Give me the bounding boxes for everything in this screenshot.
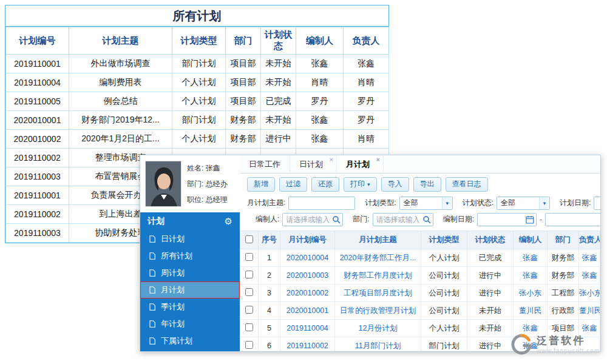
plan-status-cell: 进行中 — [467, 337, 514, 352]
row-checkbox[interactable] — [245, 253, 253, 261]
plan-number-link[interactable]: 2020010004 — [280, 249, 335, 267]
plan-subject-link[interactable]: 工程项目部月度计划 — [335, 285, 421, 302]
sidebar-item[interactable]: 日计划 — [140, 231, 240, 248]
row-checkbox[interactable] — [245, 323, 253, 331]
compile-date-end-input[interactable] — [545, 213, 600, 226]
close-icon[interactable]: × — [330, 156, 333, 163]
sidebar-item[interactable]: 年计划 — [140, 315, 240, 332]
plan-row[interactable]: 2020010002 2020年1月2日的工... 个人计划 财务部 进行中 张… — [6, 130, 389, 149]
plan-number-link[interactable]: 2020010002 — [280, 285, 335, 302]
sidebar-item[interactable]: 所有计划 — [140, 248, 240, 265]
toolbar-button-label: 导入 — [388, 179, 402, 189]
row-checkbox[interactable] — [245, 288, 253, 296]
plan-subject-link[interactable]: 11月部门计划 — [335, 337, 421, 352]
brand-url: www.fanpusoft.com — [537, 348, 600, 354]
plan-owner-cell: 肖晴 — [344, 73, 389, 92]
compiler-link[interactable]: 张鑫 — [514, 249, 548, 267]
toolbar-button[interactable]: 打印 ▾ — [344, 177, 377, 192]
plan-row[interactable]: 2019110005 例会总结 个人计划 项目部 已完成 罗丹 罗丹 — [6, 92, 389, 111]
plan-subject-link[interactable]: 12月份计划 — [335, 320, 421, 337]
toolbar-button[interactable]: 导出 ▾ — [413, 177, 441, 192]
tab-label: 日计划 — [299, 159, 323, 170]
sidebar-item-label: 所有计划 — [161, 251, 192, 261]
plan-status-select[interactable]: 全部 ▾ — [497, 197, 550, 210]
search-icon[interactable] — [422, 215, 431, 224]
sidebar-item[interactable]: 周计划 — [140, 265, 240, 281]
brand-watermark: 泛普软件 www.fanpusoft.com — [510, 332, 600, 356]
compiler-link[interactable]: 张鑫 — [514, 267, 548, 285]
plan-date-input[interactable] — [594, 197, 600, 210]
plan-number-link[interactable]: 2020010001 — [280, 302, 335, 320]
tab[interactable]: 月计划 × — [337, 155, 384, 173]
toolbar-button[interactable]: 还原 ▾ — [311, 177, 339, 192]
sidebar: 姓名: 张鑫 部门: 总经办 职位: 总经理 计划 ⚙ — [140, 155, 240, 351]
monthly-plan-row[interactable]: 4 2020010001 日常的行政管理月计划 公司计划 未开始 董川民 行政部… — [240, 302, 600, 320]
tab[interactable]: 日计划 × — [290, 155, 337, 173]
owner-link[interactable]: 张鑫 — [579, 249, 600, 267]
plan-dept-cell: 项目部 — [226, 73, 261, 92]
caret-down-icon: ▾ — [367, 181, 370, 187]
plan-status-cell: 已完成 — [467, 249, 514, 267]
plan-type-cell: 个人计划 — [421, 320, 467, 337]
plan-subject-link[interactable]: 日常的行政管理月计划 — [335, 302, 421, 320]
search-icon[interactable] — [332, 215, 341, 224]
sidebar-item[interactable]: 季计划 — [140, 298, 240, 315]
toolbar-button[interactable]: 查看日志 ▾ — [446, 177, 488, 192]
gear-icon[interactable]: ⚙ — [225, 216, 232, 227]
monthly-plan-row[interactable]: 3 2020010002 工程项目部月度计划 公司计划 进行中 张小东 工程部 … — [240, 285, 600, 302]
plan-id-cell: 2019110004 — [6, 73, 69, 92]
column-header: 计划状态 — [467, 231, 514, 249]
sidebar-item[interactable]: 下属计划 — [140, 332, 240, 349]
toolbar-button[interactable]: 导入 ▾ — [381, 177, 409, 192]
plan-type-select[interactable]: 全部 ▾ — [399, 197, 453, 210]
owner-link[interactable]: 张小东 — [579, 285, 600, 302]
compiler-link[interactable]: 董川民 — [514, 302, 548, 320]
row-checkbox[interactable] — [245, 341, 253, 349]
dept-cell: 行政部 — [548, 302, 579, 320]
plan-subject-link[interactable]: 财务部工作月度计划 — [335, 267, 421, 285]
owner-link[interactable]: 董川民 — [579, 302, 600, 320]
subject-filter-input[interactable] — [288, 197, 355, 210]
plan-status-cell: 进行中 — [261, 130, 296, 149]
toolbar-button[interactable]: 新增 ▾ — [247, 177, 275, 192]
plan-number-link[interactable]: 2019110002 — [280, 337, 335, 352]
toolbar-button-label: 还原 — [318, 179, 333, 189]
select-all-checkbox[interactable] — [245, 235, 253, 243]
tab-label: 日常工作 — [249, 159, 280, 170]
column-header: 月计划编号 — [280, 231, 335, 249]
document-icon — [149, 286, 155, 294]
row-checkbox[interactable] — [245, 306, 253, 314]
profile-name: 姓名: 张鑫 — [187, 163, 228, 174]
compiler-link[interactable]: 张小东 — [514, 285, 548, 302]
seq-cell: 1 — [259, 249, 280, 267]
calendar-icon[interactable] — [526, 215, 534, 224]
toolbar-button[interactable]: 过滤 ▾ — [279, 177, 307, 192]
plan-date-filter-label: 计划日期: — [560, 198, 591, 208]
close-icon[interactable]: × — [376, 156, 380, 163]
column-header: 计划状态 — [261, 27, 296, 55]
plan-number-link[interactable]: 2020010003 — [280, 267, 335, 285]
desktop: 所有计划 计划编号 计划主题 计划类型 部门 计划状态 — [0, 0, 607, 364]
sidebar-item-label: 年计划 — [161, 318, 185, 329]
plan-row[interactable]: 2020010001 财务部门2019年12... 部门计划 财务部 未开始 张… — [6, 111, 389, 130]
toolbar-button-label: 打印 — [350, 179, 365, 189]
plan-subject-link[interactable]: 2020年财务部工作月... — [335, 249, 421, 267]
seq-cell: 4 — [259, 302, 280, 320]
plan-id-cell: 2019110002 — [6, 205, 69, 224]
tab[interactable]: 日常工作 × — [240, 155, 290, 173]
sidebar-item[interactable]: 月计划 — [140, 281, 240, 298]
column-header: 部门 — [548, 231, 579, 249]
owner-link[interactable]: 张鑫 — [579, 267, 600, 285]
monthly-plan-row[interactable]: 1 2020010004 2020年财务部工作月... 个人计划 已完成 张鑫 … — [240, 249, 600, 267]
plan-type-cell: 个人计划 — [172, 92, 226, 111]
toolbar: 新增 ▾ 过滤 ▾ 还原 ▾ 打印 ▾ — [240, 174, 600, 195]
plan-dept-cell: 财务部 — [226, 130, 261, 149]
sidebar-item-label: 下属计划 — [161, 335, 192, 346]
plan-number-link[interactable]: 2019110004 — [280, 320, 335, 337]
plan-row[interactable]: 2019110004 编制费用表 个人计划 项目部 未开始 肖晴 肖晴 — [6, 73, 389, 92]
monthly-plan-row[interactable]: 2 2020010003 财务部工作月度计划 公司计划 进行中 张鑫 财务部 张… — [240, 267, 600, 285]
plan-row[interactable]: 2019110001 外出做市场调查 部门计划 项目部 未开始 张鑫 张鑫 — [6, 55, 389, 73]
row-checkbox[interactable] — [245, 271, 253, 278]
seq-cell: 6 — [259, 337, 280, 352]
document-icon — [149, 337, 155, 345]
